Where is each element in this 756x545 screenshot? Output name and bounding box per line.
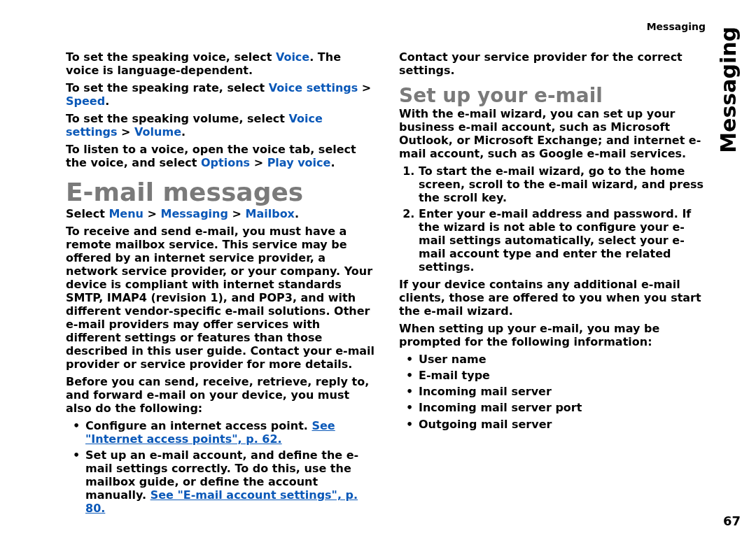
keyword-volume: Volume <box>134 125 181 139</box>
paragraph: To listen to a voice, open the voice tab… <box>66 143 375 169</box>
keyword-play-voice: Play voice <box>267 156 331 169</box>
numbered-list: To start the e-mail wizard, go to the ho… <box>399 164 708 274</box>
keyword-voice: Voice <box>276 50 309 64</box>
keyword-messaging: Messaging <box>161 207 228 220</box>
paragraph: Contact your service provider for the co… <box>399 50 708 77</box>
list-item: Set up an e-mail account, and define the… <box>73 448 375 515</box>
paragraph: With the e-mail wizard, you can set up y… <box>399 107 708 160</box>
list-item: User name <box>406 353 708 366</box>
list-item: Outgoing mail server <box>406 418 708 431</box>
list-item: Enter your e-mail address and password. … <box>419 207 708 274</box>
manual-page: Messaging Messaging 67 To set the speaki… <box>0 0 756 545</box>
keyword-speed: Speed <box>66 94 105 108</box>
paragraph: Before you can send, receive, retrieve, … <box>66 375 375 415</box>
running-header: Messaging <box>647 21 706 32</box>
paragraph: To receive and send e-mail, you must hav… <box>66 225 375 371</box>
bullet-list: User name E-mail type Incoming mail serv… <box>399 353 708 430</box>
list-item: Incoming mail server <box>406 385 708 398</box>
list-item: Configure an internet access point. See … <box>73 419 375 446</box>
heading-email-messages: E-mail messages <box>66 179 375 205</box>
list-item: Incoming mail server port <box>406 401 708 414</box>
keyword-voice-settings: Voice settings <box>269 81 358 94</box>
heading-set-up-email: Set up your e-mail <box>399 85 708 107</box>
paragraph: If your device contains any additional e… <box>399 278 708 318</box>
paragraph: To set the speaking rate, select Voice s… <box>66 81 375 108</box>
keyword-mailbox: Mailbox <box>245 207 294 220</box>
bullet-list: Configure an internet access point. See … <box>66 419 375 515</box>
section-tab: Messaging <box>716 27 741 153</box>
keyword-options: Options <box>201 156 250 169</box>
list-item: E-mail type <box>406 369 708 382</box>
body-columns: To set the speaking voice, select Voice.… <box>66 50 708 526</box>
list-item: To start the e-mail wizard, go to the ho… <box>419 164 708 204</box>
keyword-menu: Menu <box>108 207 144 220</box>
page-number: 67 <box>723 514 741 528</box>
paragraph: Select Menu > Messaging > Mailbox. <box>66 207 375 220</box>
paragraph: To set the speaking volume, select Voice… <box>66 112 375 139</box>
paragraph: To set the speaking voice, select Voice.… <box>66 50 375 77</box>
paragraph: When setting up your e-mail, you may be … <box>399 322 708 348</box>
